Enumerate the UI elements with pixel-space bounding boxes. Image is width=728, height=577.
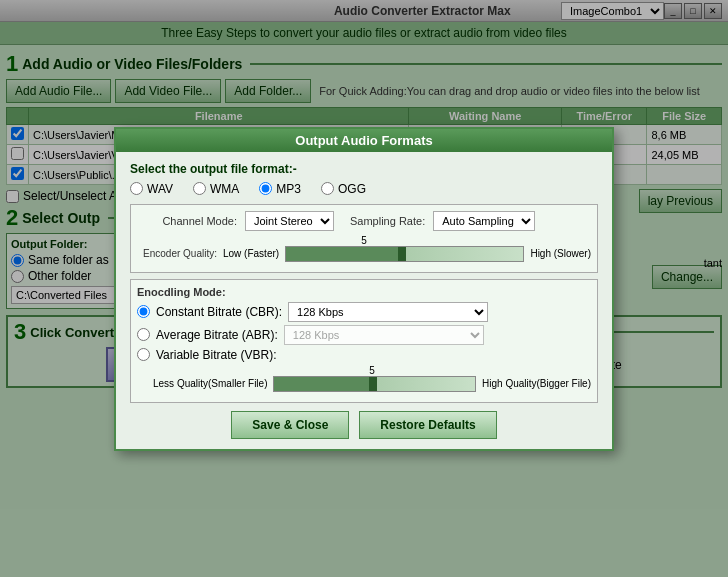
wma-radio[interactable] xyxy=(193,182,206,195)
format-wma[interactable]: WMA xyxy=(193,182,239,196)
encoder-low-label: Low (Faster) xyxy=(223,248,279,259)
cbr-radio[interactable] xyxy=(137,305,150,318)
encoder-quality-slider-row: Encoder Quality: Low (Faster) High (Slow… xyxy=(137,246,591,262)
modal-btn-row: Save & Close Restore Defaults xyxy=(130,411,598,439)
encoding-mode-title: Enocdling Mode: xyxy=(137,286,591,298)
restore-defaults-button[interactable]: Restore Defaults xyxy=(359,411,496,439)
vbr-radio[interactable] xyxy=(137,348,150,361)
cbr-select[interactable]: 128 Kbps 192 Kbps 256 Kbps xyxy=(288,302,488,322)
vbr-high-quality-label: High Quality(Bigger File) xyxy=(482,378,591,389)
format-mp3[interactable]: MP3 xyxy=(259,182,301,196)
cbr-label: Constant Bitrate (CBR): xyxy=(156,305,282,319)
encoding-section: Enocdling Mode: Constant Bitrate (CBR): … xyxy=(130,279,598,403)
channel-mode-select[interactable]: Joint Stereo Stereo Mono xyxy=(245,211,334,231)
encoder-quality-value: 5 xyxy=(137,235,591,246)
format-wav[interactable]: WAV xyxy=(130,182,173,196)
cbr-row: Constant Bitrate (CBR): 128 Kbps 192 Kbp… xyxy=(137,302,591,322)
save-close-button[interactable]: Save & Close xyxy=(231,411,349,439)
sampling-rate-label: Sampling Rate: xyxy=(350,215,425,227)
vbr-quality-value: 5 xyxy=(153,365,591,376)
channel-mode-row: Channel Mode: Joint Stereo Stereo Mono S… xyxy=(137,211,591,231)
output-format-modal: Output Audio Formats Select the output f… xyxy=(114,127,614,451)
abr-row: Average Bitrate (ABR): 128 Kbps xyxy=(137,325,591,345)
encoder-quality-section: 5 Encoder Quality: Low (Faster) High (Sl… xyxy=(137,235,591,262)
vbr-slider-section: 5 Less Quality(Smaller File) High Qualit… xyxy=(137,365,591,392)
modal-title: Output Audio Formats xyxy=(116,129,612,152)
channel-mode-label: Channel Mode: xyxy=(137,215,237,227)
encoder-quality-track[interactable] xyxy=(285,246,524,262)
format-radio-row: WAV WMA MP3 OGG xyxy=(130,182,598,196)
vbr-label: Variable Bitrate (VBR): xyxy=(156,348,277,362)
vbr-row: Variable Bitrate (VBR): xyxy=(137,348,591,362)
modal-overlay: Output Audio Formats Select the output f… xyxy=(0,0,728,577)
vbr-less-quality-label: Less Quality(Smaller File) xyxy=(153,378,267,389)
encoder-quality-label: Encoder Quality: xyxy=(137,248,217,259)
mp3-radio[interactable] xyxy=(259,182,272,195)
abr-select[interactable]: 128 Kbps xyxy=(284,325,484,345)
abr-label: Average Bitrate (ABR): xyxy=(156,328,278,342)
encoder-high-label: High (Slower) xyxy=(530,248,591,259)
abr-radio[interactable] xyxy=(137,328,150,341)
sampling-rate-select[interactable]: Auto Sampling 44100 Hz 48000 Hz xyxy=(433,211,535,231)
vbr-quality-track[interactable] xyxy=(273,376,476,392)
wav-radio[interactable] xyxy=(130,182,143,195)
settings-grid: Channel Mode: Joint Stereo Stereo Mono S… xyxy=(130,204,598,273)
modal-content: Select the output file format:- WAV WMA … xyxy=(116,152,612,449)
vbr-slider-row: Less Quality(Smaller File) High Quality(… xyxy=(153,376,591,392)
format-ogg[interactable]: OGG xyxy=(321,182,366,196)
format-label: Select the output file format:- xyxy=(130,162,598,176)
ogg-radio[interactable] xyxy=(321,182,334,195)
